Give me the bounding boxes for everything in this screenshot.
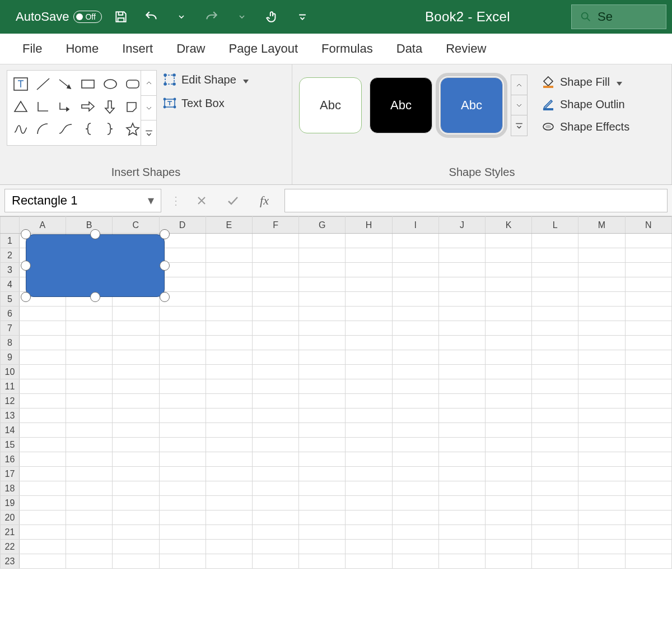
cell[interactable] bbox=[578, 481, 625, 496]
cell[interactable] bbox=[485, 379, 531, 394]
shape-arc-icon[interactable] bbox=[33, 119, 53, 139]
cell[interactable] bbox=[66, 452, 113, 467]
row-header[interactable]: 6 bbox=[1, 307, 20, 321]
cell[interactable] bbox=[392, 423, 438, 438]
cell[interactable] bbox=[392, 496, 438, 510]
shape-triangle-icon[interactable] bbox=[11, 96, 31, 117]
cell[interactable] bbox=[578, 248, 625, 263]
cell[interactable] bbox=[392, 307, 438, 321]
cell[interactable] bbox=[392, 350, 438, 365]
cell[interactable] bbox=[252, 248, 298, 263]
cell[interactable] bbox=[206, 481, 252, 496]
cell[interactable] bbox=[206, 409, 252, 423]
cell[interactable] bbox=[578, 467, 625, 481]
cell[interactable] bbox=[66, 423, 113, 438]
row-header[interactable]: 23 bbox=[1, 554, 20, 569]
edit-shape-button[interactable]: Edit Shape bbox=[162, 72, 249, 87]
cell[interactable] bbox=[159, 409, 206, 423]
cell[interactable] bbox=[346, 409, 392, 423]
cell[interactable] bbox=[346, 467, 392, 481]
cancel-formula-button[interactable] bbox=[190, 189, 213, 212]
cell[interactable] bbox=[346, 292, 392, 307]
cell[interactable] bbox=[206, 467, 252, 481]
cell[interactable] bbox=[159, 525, 206, 540]
tab-review[interactable]: Review bbox=[446, 41, 486, 56]
gallery-up-icon[interactable] bbox=[141, 71, 156, 96]
cell[interactable] bbox=[206, 307, 252, 321]
cell[interactable] bbox=[532, 365, 578, 379]
cell[interactable] bbox=[159, 307, 206, 321]
undo-icon[interactable] bbox=[140, 6, 162, 28]
cell[interactable] bbox=[578, 350, 625, 365]
shape-line-icon[interactable] bbox=[33, 74, 53, 94]
cell[interactable] bbox=[206, 510, 252, 525]
cell[interactable] bbox=[578, 525, 625, 540]
cell[interactable] bbox=[438, 467, 485, 481]
cell[interactable] bbox=[299, 350, 346, 365]
cell[interactable] bbox=[578, 277, 625, 292]
save-icon[interactable] bbox=[110, 6, 132, 28]
select-all-corner[interactable] bbox=[1, 217, 20, 234]
cell[interactable] bbox=[625, 423, 671, 438]
cell[interactable] bbox=[299, 263, 346, 277]
cell[interactable] bbox=[438, 277, 485, 292]
cell[interactable] bbox=[346, 496, 392, 510]
autosave-control[interactable]: AutoSave Off bbox=[16, 10, 102, 24]
cell[interactable] bbox=[19, 365, 66, 379]
cell[interactable] bbox=[438, 438, 485, 452]
qat-customize-icon[interactable] bbox=[291, 6, 314, 28]
cell[interactable] bbox=[392, 277, 438, 292]
cell[interactable] bbox=[438, 554, 485, 569]
cell[interactable] bbox=[578, 438, 625, 452]
cell[interactable] bbox=[159, 510, 206, 525]
cell[interactable] bbox=[625, 234, 671, 248]
cell[interactable] bbox=[532, 481, 578, 496]
enter-formula-button[interactable] bbox=[222, 189, 244, 212]
cell[interactable] bbox=[206, 292, 252, 307]
column-header[interactable]: K bbox=[485, 217, 531, 234]
cell[interactable] bbox=[299, 423, 346, 438]
cell[interactable] bbox=[252, 292, 298, 307]
cell[interactable] bbox=[66, 365, 113, 379]
cell[interactable] bbox=[625, 409, 671, 423]
row-header[interactable]: 4 bbox=[1, 277, 20, 292]
tab-file[interactable]: File bbox=[22, 41, 42, 56]
cell[interactable] bbox=[532, 234, 578, 248]
cell[interactable] bbox=[438, 496, 485, 510]
cell[interactable] bbox=[578, 379, 625, 394]
cell[interactable] bbox=[252, 409, 298, 423]
tab-formulas[interactable]: Formulas bbox=[321, 41, 373, 56]
cell[interactable] bbox=[438, 321, 485, 336]
cell[interactable] bbox=[578, 336, 625, 350]
cell[interactable] bbox=[625, 525, 671, 540]
cell[interactable] bbox=[206, 263, 252, 277]
cell[interactable] bbox=[346, 438, 392, 452]
shape-flowchart-icon[interactable] bbox=[123, 96, 143, 117]
shape-l-connector-icon[interactable] bbox=[33, 96, 53, 117]
cell[interactable] bbox=[392, 263, 438, 277]
shape-left-brace-icon[interactable] bbox=[78, 119, 98, 139]
cell[interactable] bbox=[299, 409, 346, 423]
cell[interactable] bbox=[346, 379, 392, 394]
cell[interactable] bbox=[252, 525, 298, 540]
cell[interactable] bbox=[66, 336, 113, 350]
cell[interactable] bbox=[392, 394, 438, 409]
cell[interactable] bbox=[113, 409, 159, 423]
cell[interactable] bbox=[113, 467, 159, 481]
cell[interactable] bbox=[206, 394, 252, 409]
cell[interactable] bbox=[346, 321, 392, 336]
cell[interactable] bbox=[532, 248, 578, 263]
cell[interactable] bbox=[392, 510, 438, 525]
cell[interactable] bbox=[392, 248, 438, 263]
shape-down-arrow-icon[interactable] bbox=[100, 96, 120, 117]
cell[interactable] bbox=[625, 540, 671, 554]
cell[interactable] bbox=[206, 234, 252, 248]
cell[interactable] bbox=[66, 307, 113, 321]
cell[interactable] bbox=[438, 307, 485, 321]
cell[interactable] bbox=[485, 248, 531, 263]
cell[interactable] bbox=[159, 350, 206, 365]
cell[interactable] bbox=[625, 452, 671, 467]
name-box[interactable]: Rectangle 1 ▾ bbox=[4, 189, 161, 212]
cell[interactable] bbox=[346, 525, 392, 540]
cell[interactable] bbox=[438, 336, 485, 350]
